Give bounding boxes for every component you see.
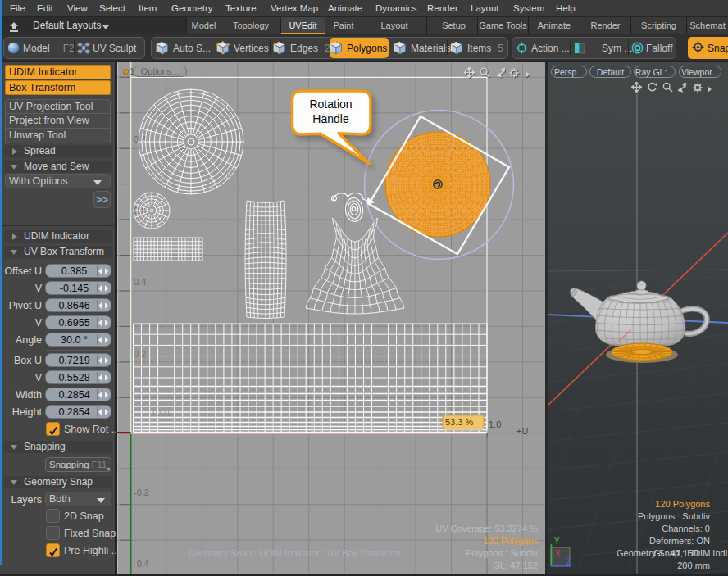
svg-text:0.8: 0.8: [134, 134, 146, 144]
svg-text:0.4: 0.4: [134, 277, 146, 287]
svg-text:1001: 1001: [151, 408, 171, 418]
